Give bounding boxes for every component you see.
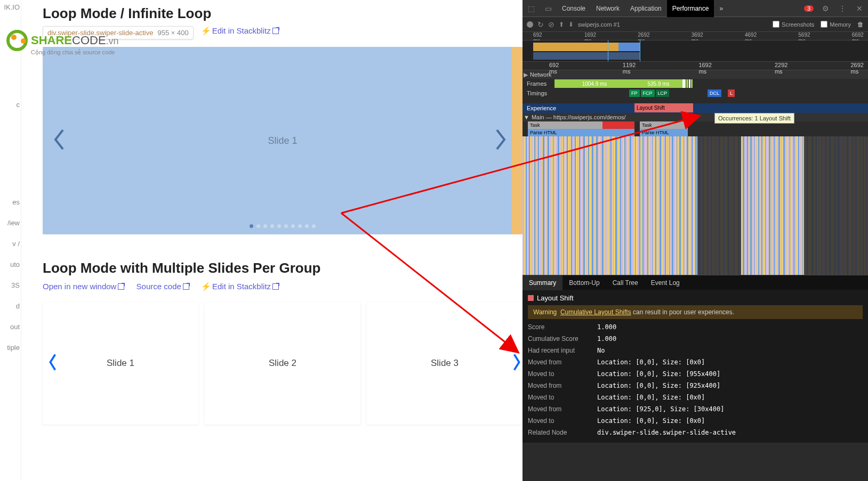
summary-row: Moved toLocation: [0,0], Size: [0x0] xyxy=(528,415,863,427)
frames-track[interactable]: Frames 1004.9 ms 535.9 ms xyxy=(523,79,868,88)
pagination-dot[interactable] xyxy=(284,224,288,228)
pagination-dot[interactable] xyxy=(250,224,253,228)
prev-button[interactable] xyxy=(46,352,59,375)
swiper-multi[interactable]: Slide 1 Slide 2 Slide 3 xyxy=(43,302,523,425)
open-window-link[interactable]: Open in new window xyxy=(43,282,124,291)
parse-html-track[interactable]: Parse HTML Parse HTML xyxy=(523,129,868,136)
next-button[interactable] xyxy=(511,352,524,375)
trash-icon[interactable]: 🗑 xyxy=(857,21,864,28)
slide-label: Slide 1 xyxy=(268,135,297,146)
timeline-ruler-zoom[interactable]: 692 ms1192 ms1692 ms2292 ms2692 ms xyxy=(523,62,868,70)
frame-segment[interactable]: 1004.9 ms xyxy=(554,79,634,88)
pagination-dot[interactable] xyxy=(256,224,260,228)
memory-checkbox[interactable]: Memory xyxy=(821,21,851,28)
tab-event-log[interactable]: Event Log xyxy=(645,275,686,290)
tab-bottom-up[interactable]: Bottom-Up xyxy=(562,275,606,290)
edit-stackblitz-link[interactable]: ⚡Edit in Stackblitz xyxy=(201,282,279,291)
summary-key: Moved to xyxy=(528,417,597,425)
layout-shift-title: Layout Shift xyxy=(528,294,863,302)
logo-text: SHARECODE.vn xyxy=(31,34,119,47)
external-icon xyxy=(272,28,279,34)
summary-value: Location: [0,0], Size: [925x400] xyxy=(597,382,720,389)
slide-card[interactable]: Slide 1 xyxy=(43,302,198,425)
timeline-overview[interactable] xyxy=(523,40,868,62)
expand-icon[interactable]: ▶ xyxy=(524,71,528,78)
sharecode-logo[interactable]: SHARECODE.vn Cộng đồng chia sẻ source co… xyxy=(6,30,119,51)
sidebar-item[interactable]: out xyxy=(10,323,20,331)
pagination-dot[interactable] xyxy=(312,224,316,228)
export-icon[interactable]: ⬇ xyxy=(568,21,574,28)
tab-summary[interactable]: Summary xyxy=(523,275,562,290)
summary-key: Moved to xyxy=(528,370,597,378)
sidebar-item[interactable]: es xyxy=(12,198,20,206)
tab-network[interactable]: Network xyxy=(591,0,625,17)
tab-console[interactable]: Console xyxy=(557,0,591,17)
tab-application[interactable]: Application xyxy=(625,0,667,17)
load-badge[interactable]: L xyxy=(728,89,735,97)
clear-icon[interactable]: ⊘ xyxy=(548,20,554,29)
swiper-loop[interactable]: Slide 1 xyxy=(43,47,523,234)
sidebar-item[interactable]: 3S xyxy=(11,281,20,289)
sidebar-item[interactable]: v / xyxy=(12,240,20,248)
task-track[interactable]: Task Task Task xyxy=(523,121,868,129)
sidebar-item[interactable]: tiple xyxy=(7,344,20,352)
summary-tabs: Summary Bottom-Up Call Tree Event Log xyxy=(523,275,868,290)
pagination-dot[interactable] xyxy=(305,224,309,228)
layout-shift-marker[interactable]: Layout Shift xyxy=(634,103,693,112)
summary-row: Had recent inputNo xyxy=(528,345,863,356)
fcp-badge[interactable]: FCP xyxy=(641,89,655,97)
kebab-icon[interactable]: ⋮ xyxy=(834,4,851,13)
device-icon[interactable]: ▭ xyxy=(540,4,557,13)
tab-more[interactable]: » xyxy=(714,0,728,17)
next-button[interactable] xyxy=(494,128,509,153)
summary-row: Related Nodediv.swiper-slide.swiper-slid… xyxy=(528,427,863,438)
sidebar-item[interactable]: /iew xyxy=(7,219,20,227)
external-icon xyxy=(183,283,189,290)
record-icon[interactable] xyxy=(527,21,533,28)
pagination-dot[interactable] xyxy=(277,224,281,228)
gear-icon[interactable]: ⚙ xyxy=(817,4,834,13)
tab-performance[interactable]: Performance xyxy=(667,0,714,17)
cls-link[interactable]: Cumulative Layout Shifts xyxy=(560,308,631,316)
summary-key: Cumulative Score xyxy=(528,335,597,343)
fp-badge[interactable]: FP xyxy=(629,89,640,97)
frame-segment[interactable]: 535.9 ms xyxy=(634,79,682,88)
summary-value: Location: [0,0], Size: [955x400] xyxy=(597,370,720,378)
error-badge[interactable]: 3 xyxy=(804,5,814,12)
pagination-dot[interactable] xyxy=(298,224,302,228)
pagination-dot[interactable] xyxy=(270,224,274,228)
pagination[interactable] xyxy=(250,224,316,228)
tab-call-tree[interactable]: Call Tree xyxy=(606,275,645,290)
close-icon[interactable]: ✕ xyxy=(851,4,868,13)
slide-card[interactable]: Slide 3 xyxy=(367,302,523,425)
screenshots-checkbox[interactable]: Screenshots xyxy=(773,21,814,28)
summary-key: Had recent input xyxy=(528,347,597,354)
experience-track[interactable]: Experience Layout Shift xyxy=(523,103,868,113)
pagination-dot[interactable] xyxy=(291,224,295,228)
dcl-badge[interactable]: DCL xyxy=(708,89,721,97)
sidebar-item[interactable]: c xyxy=(17,101,20,109)
lcp-badge[interactable]: LCP xyxy=(656,89,670,97)
recording-url[interactable]: swiperjs.com #1 xyxy=(578,21,620,28)
flame-chart[interactable] xyxy=(523,136,868,275)
sidebar-item[interactable]: IK.IO xyxy=(4,3,20,11)
reload-icon[interactable]: ↻ xyxy=(537,20,544,29)
summary-row: Moved fromLocation: [0,0], Size: [0x0] xyxy=(528,356,863,368)
source-code-link[interactable]: Source code xyxy=(136,282,189,291)
link-row: Open in new window Source code ⚡Edit in … xyxy=(43,282,523,291)
pagination-dot[interactable] xyxy=(263,224,267,228)
import-icon[interactable]: ⬆ xyxy=(559,21,564,28)
main-content: Loop Mode / Infinite Loop div.swiper-sli… xyxy=(21,0,523,481)
slide-card[interactable]: Slide 2 xyxy=(205,302,360,425)
devtools-tabs: ⬚ ▭ Console Network Application Performa… xyxy=(523,0,868,17)
inspect-icon[interactable]: ⬚ xyxy=(523,4,540,13)
sidebar-item[interactable]: uto xyxy=(10,260,20,268)
main-track-header[interactable]: ▼Main — https://swiperjs.com/demos/ xyxy=(523,113,868,121)
timeline-ruler[interactable]: 692 ms1692 ms2692 ms3692 ms4692 ms5692 m… xyxy=(523,32,868,40)
collapse-icon[interactable]: ▼ xyxy=(524,114,529,120)
prev-button[interactable] xyxy=(51,128,66,153)
timings-track[interactable]: Timings FP FCP LCP DCL L xyxy=(523,88,868,98)
edit-stackblitz-link[interactable]: ⚡Edit in Stackblitz xyxy=(201,26,279,36)
network-track[interactable]: ▶Network xyxy=(523,70,868,79)
sidebar-item[interactable]: d xyxy=(16,302,20,310)
